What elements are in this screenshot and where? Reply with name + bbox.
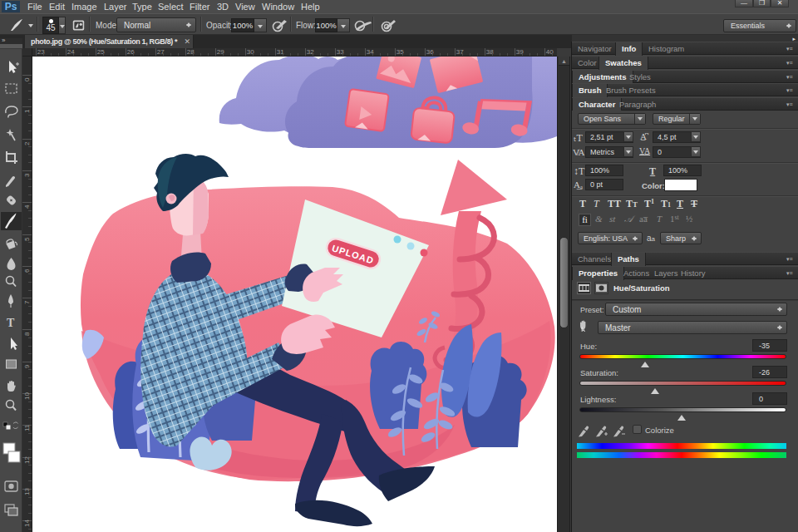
svg-text:T: T xyxy=(7,317,15,329)
